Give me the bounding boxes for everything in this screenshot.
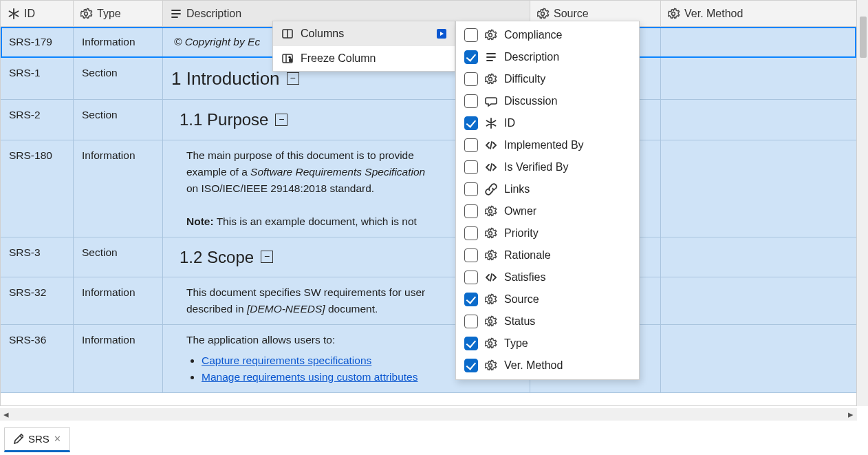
cell-type: Section <box>74 58 163 99</box>
column-picker-label: Ver. Method <box>504 359 563 372</box>
column-picker-item[interactable]: Type <box>456 332 639 355</box>
columns-icon <box>281 28 294 40</box>
gear-icon <box>485 73 497 85</box>
col-header-type-label: Type <box>97 8 121 20</box>
code-icon <box>485 161 497 173</box>
checkbox[interactable] <box>464 226 478 240</box>
cell-id: SRS-1 <box>1 58 74 99</box>
gear-icon <box>80 8 93 20</box>
code-icon <box>485 271 497 284</box>
table-row[interactable]: SRS-180InformationThe main purpose of th… <box>1 140 856 237</box>
cell-type: Information <box>74 140 163 237</box>
cell-id: SRS-180 <box>1 140 74 237</box>
checkbox[interactable] <box>464 182 478 196</box>
column-picker-item[interactable]: Source <box>456 288 639 310</box>
gear-icon <box>485 293 497 306</box>
document-tab-bar: SRS ✕ <box>4 425 70 452</box>
col-header-ver-method[interactable]: Ver. Method <box>661 1 843 26</box>
table-row[interactable]: SRS-2Section1.1 Purpose <box>1 100 856 140</box>
scroll-left-arrow[interactable]: ◂ <box>0 408 12 421</box>
column-picker-item[interactable]: Satisfies <box>456 266 639 288</box>
collapse-toggle[interactable] <box>261 251 273 263</box>
scrollbar-thumb[interactable] <box>860 17 867 58</box>
scroll-right-arrow[interactable]: ▸ <box>845 408 857 421</box>
column-picker-item[interactable]: Description <box>456 46 639 68</box>
checkbox[interactable] <box>464 337 478 350</box>
checkbox[interactable] <box>464 359 478 372</box>
cell-id: SRS-179 <box>1 27 74 57</box>
cell-type: Section <box>74 237 163 277</box>
column-picker-item[interactable]: Difficulty <box>456 68 639 90</box>
link-icon <box>485 183 497 195</box>
checkbox[interactable] <box>464 271 478 284</box>
cell-type: Information <box>74 325 163 392</box>
align-icon <box>485 51 497 63</box>
column-picker-menu: ComplianceDescriptionDifficultyDiscussio… <box>455 21 640 380</box>
column-picker-label: Implemented By <box>504 139 584 151</box>
column-picker-label: Discussion <box>504 95 557 107</box>
checkbox[interactable] <box>464 138 478 152</box>
horizontal-scrollbar[interactable]: ◂ ▸ <box>0 408 857 421</box>
header-context-menu: Columns Freeze Column <box>272 21 455 72</box>
column-picker-item[interactable]: Rationale <box>456 244 639 266</box>
tab-srs[interactable]: SRS ✕ <box>4 427 70 452</box>
col-header-ver-label: Ver. Method <box>684 8 743 20</box>
col-header-id-label: ID <box>24 8 35 20</box>
checkbox[interactable] <box>464 72 478 86</box>
cell-id: SRS-36 <box>1 325 74 392</box>
cell-type: Information <box>74 27 163 57</box>
checkbox[interactable] <box>464 28 478 42</box>
column-picker-item[interactable]: Owner <box>456 200 639 222</box>
freeze-column-icon <box>281 52 294 65</box>
col-header-id[interactable]: ID <box>1 1 74 26</box>
column-picker-item[interactable]: Is Verified By <box>456 156 639 178</box>
col-header-type[interactable]: Type <box>74 1 163 26</box>
cell-ver-method <box>661 277 843 324</box>
gear-icon <box>485 205 497 218</box>
column-picker-item[interactable]: ID <box>456 112 639 134</box>
column-picker-item[interactable]: Compliance <box>456 24 639 46</box>
gear-icon <box>668 8 680 20</box>
checkbox[interactable] <box>464 248 478 262</box>
gear-icon <box>485 359 497 372</box>
ctx-item-columns[interactable]: Columns <box>273 21 455 46</box>
link[interactable]: Capture requirements specifications <box>202 355 371 366</box>
column-picker-item[interactable]: Ver. Method <box>456 355 639 377</box>
column-picker-label: Owner <box>504 205 536 218</box>
grid-body[interactable]: SRS-179Information© Copyright by EcSRS-1… <box>1 27 856 405</box>
checkbox[interactable] <box>464 204 478 218</box>
checkbox[interactable] <box>464 293 478 306</box>
checkbox[interactable] <box>464 50 478 64</box>
ctx-item-freeze-column[interactable]: Freeze Column <box>273 46 455 71</box>
tab-label: SRS <box>28 433 50 445</box>
table-row[interactable]: SRS-36InformationThe application allows … <box>1 325 856 393</box>
chat-icon <box>485 95 497 107</box>
column-picker-label: Links <box>504 183 530 195</box>
column-picker-item[interactable]: Links <box>456 178 639 200</box>
ctx-freeze-label: Freeze Column <box>301 52 376 65</box>
asterisk-icon <box>485 117 497 129</box>
column-picker-item[interactable]: Status <box>456 310 639 332</box>
checkbox[interactable] <box>464 315 478 328</box>
checkbox[interactable] <box>464 160 478 174</box>
table-row[interactable]: SRS-32InformationThis document specifies… <box>1 277 856 325</box>
app-root: { "columns": { "id": "ID", "type": "Type… <box>0 0 868 455</box>
column-picker-item[interactable]: Implemented By <box>456 134 639 156</box>
align-icon <box>170 8 182 20</box>
pencil-icon <box>12 432 24 445</box>
tab-close-button[interactable]: ✕ <box>54 434 61 444</box>
link[interactable]: Manage requirements using custom attribu… <box>202 371 417 383</box>
column-picker-label: Description <box>504 51 559 63</box>
checkbox[interactable] <box>464 94 478 108</box>
col-header-desc-label: Description <box>186 8 241 20</box>
column-picker-item[interactable]: Discussion <box>456 90 639 112</box>
table-row[interactable]: SRS-3Section1.2 Scope <box>1 237 856 277</box>
checkbox[interactable] <box>464 116 478 130</box>
vertical-scrollbar[interactable] <box>857 0 868 406</box>
collapse-toggle[interactable] <box>275 114 287 126</box>
column-picker-label: Source <box>504 293 539 306</box>
column-picker-item[interactable]: Priority <box>456 222 639 244</box>
column-picker-label: Status <box>504 315 535 328</box>
collapse-toggle[interactable] <box>287 72 299 85</box>
cell-id: SRS-3 <box>1 237 74 277</box>
